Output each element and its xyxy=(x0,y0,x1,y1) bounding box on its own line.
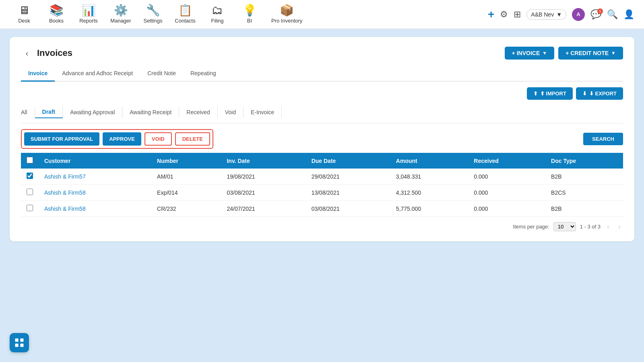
nav-item-bi[interactable]: 💡 BI xyxy=(235,2,264,26)
nav-item-books[interactable]: 📚 Books xyxy=(42,2,71,26)
nav-item-contacts[interactable]: 📋 Contacts xyxy=(171,2,200,26)
row-due-date-2: 03/08/2021 xyxy=(306,201,390,217)
pagination-row: Items per page: 102550100 1 - 3 of 3 ‹ › xyxy=(21,217,623,232)
filing-icon: 🗂 xyxy=(212,5,223,16)
row-received-0: 0.000 xyxy=(468,169,545,185)
col-inv-date: Inv. Date xyxy=(221,153,305,169)
profile-button[interactable]: 👤 xyxy=(623,9,634,20)
credit-note-caret-icon: ▼ xyxy=(611,50,616,56)
card-title-row: ‹ Invoices xyxy=(21,47,72,59)
export-icon: ⬇ xyxy=(582,90,587,97)
items-per-page-label: Items per page: xyxy=(513,224,549,230)
filter-tab-e-invoice[interactable]: E-Invoice xyxy=(244,107,282,118)
row-received-2: 0.000 xyxy=(468,201,545,217)
books-icon: 📚 xyxy=(50,5,64,16)
credit-note-button[interactable]: + CREDIT NOTE ▼ xyxy=(558,47,623,60)
import-button[interactable]: ⬆ ⬆ IMPORT xyxy=(527,87,573,100)
nav-label-desk: Desk xyxy=(18,18,30,24)
tab-repeating[interactable]: Repeating xyxy=(183,66,223,82)
nav-item-pro-inventory[interactable]: 📦 Pro Inventory xyxy=(267,2,306,26)
select-all-checkbox[interactable] xyxy=(27,157,33,163)
nav-item-manager[interactable]: ⚙️ Manager xyxy=(106,2,135,26)
tab-advance[interactable]: Advance and Adhoc Receipt xyxy=(55,66,140,82)
submit-for-approval-button[interactable]: SUBMIT FOR APPROVAL xyxy=(24,132,99,146)
row-amount-0: 3,048.331 xyxy=(390,169,469,185)
filter-tab-received[interactable]: Received xyxy=(179,107,217,118)
row-due-date-0: 29/08/2021 xyxy=(306,169,390,185)
row-checkbox-1[interactable] xyxy=(27,189,33,195)
invoice-button[interactable]: + INVOICE ▼ xyxy=(505,47,555,60)
search-action-button[interactable]: SEARCH xyxy=(583,133,623,145)
nav-label-books: Books xyxy=(49,18,64,24)
reports-icon: 📊 xyxy=(82,5,96,16)
row-doc-type-2: B2B xyxy=(545,201,623,217)
col-doc-type: Doc Type xyxy=(545,153,623,169)
nav-item-reports[interactable]: 📊 Reports xyxy=(74,2,103,26)
customer-link-1[interactable]: Ashish & Firm58 xyxy=(44,189,86,196)
svg-rect-0 xyxy=(15,339,19,342)
desk-icon: 🖥 xyxy=(19,5,30,16)
col-number: Number xyxy=(151,153,221,169)
gear-button[interactable]: ⚙ xyxy=(500,9,508,20)
filter-tab-awaiting-receipt[interactable]: Awaiting Receipt xyxy=(122,107,179,118)
notification-button[interactable]: 💬 5 xyxy=(590,9,601,20)
action-buttons-group: SUBMIT FOR APPROVAL APPROVE VOID DELETE xyxy=(21,129,213,149)
row-checkbox-2[interactable] xyxy=(27,205,33,211)
row-due-date-1: 13/08/2021 xyxy=(306,185,390,201)
svg-rect-1 xyxy=(20,339,23,342)
top-navigation: 🖥 Desk 📚 Books 📊 Reports ⚙️ Manager 🔧 Se… xyxy=(0,0,644,29)
svg-rect-3 xyxy=(20,343,23,347)
row-received-1: 0.000 xyxy=(468,185,545,201)
row-checkbox-0[interactable] xyxy=(27,173,33,179)
svg-rect-2 xyxy=(15,343,19,347)
tab-credit-note[interactable]: Credit Note xyxy=(140,66,183,82)
select-all-header xyxy=(21,153,39,169)
nav-label-bi: BI xyxy=(247,18,252,24)
next-page-button[interactable]: › xyxy=(616,222,623,232)
filter-tab-void[interactable]: Void xyxy=(218,107,244,118)
customer-link-2[interactable]: Ashish & Firm58 xyxy=(44,206,86,212)
row-inv-date-1: 03/08/2021 xyxy=(221,185,305,201)
row-doc-type-0: B2B xyxy=(545,169,623,185)
nav-label-reports: Reports xyxy=(79,18,98,24)
filter-tab-all[interactable]: All xyxy=(21,107,35,118)
row-inv-date-2: 24/07/2021 xyxy=(221,201,305,217)
nav-item-settings[interactable]: 🔧 Settings xyxy=(138,2,167,26)
row-customer-1: Ashish & Firm58 xyxy=(39,185,151,201)
user-name: A&B Nev xyxy=(531,11,554,18)
row-amount-1: 4,312.500 xyxy=(390,185,469,201)
row-customer-2: Ashish & Firm58 xyxy=(39,201,151,217)
row-number-2: CR/232 xyxy=(151,201,221,217)
nav-item-desk[interactable]: 🖥 Desk xyxy=(10,2,39,26)
tab-invoice[interactable]: Invoice xyxy=(21,66,55,82)
row-checkbox-cell xyxy=(21,185,39,201)
invoices-card: ‹ Invoices + INVOICE ▼ + CREDIT NOTE ▼ I… xyxy=(10,37,634,241)
add-button[interactable]: + xyxy=(488,8,494,21)
pagination-range: 1 - 3 of 3 xyxy=(580,224,601,230)
prev-page-button[interactable]: ‹ xyxy=(605,222,612,232)
delete-button[interactable]: DELETE xyxy=(175,132,210,146)
filter-tab-draft[interactable]: Draft xyxy=(35,106,63,118)
row-customer-0: Ashish & Firm57 xyxy=(39,169,151,185)
col-amount: Amount xyxy=(390,153,469,169)
row-number-0: AM/01 xyxy=(151,169,221,185)
nav-label-filing: Filing xyxy=(211,18,223,24)
fab-button[interactable] xyxy=(10,333,29,352)
nav-label-manager: Manager xyxy=(110,18,131,24)
main-tabs: Invoice Advance and Adhoc Receipt Credit… xyxy=(21,66,623,82)
grid-button[interactable]: ⊞ xyxy=(514,9,521,20)
pro-inventory-icon: 📦 xyxy=(280,5,294,16)
export-button[interactable]: ⬇ ⬇ EXPORT xyxy=(576,87,623,100)
bi-icon: 💡 xyxy=(243,5,257,16)
chevron-down-icon: ▼ xyxy=(556,11,562,18)
back-button[interactable]: ‹ xyxy=(21,47,33,59)
nav-item-filing[interactable]: 🗂 Filing xyxy=(203,2,232,26)
search-button[interactable]: 🔍 xyxy=(607,9,618,20)
items-per-page-select[interactable]: 102550100 xyxy=(553,222,576,231)
user-menu[interactable]: A&B Nev ▼ xyxy=(526,9,566,20)
table-row: Ashish & Firm57 AM/01 19/08/2021 29/08/2… xyxy=(21,169,623,185)
filter-tab-awaiting-approval[interactable]: Awaiting Approval xyxy=(63,107,122,118)
approve-button[interactable]: APPROVE xyxy=(103,132,141,146)
void-button[interactable]: VOID xyxy=(144,132,172,146)
customer-link-0[interactable]: Ashish & Firm57 xyxy=(44,173,86,180)
